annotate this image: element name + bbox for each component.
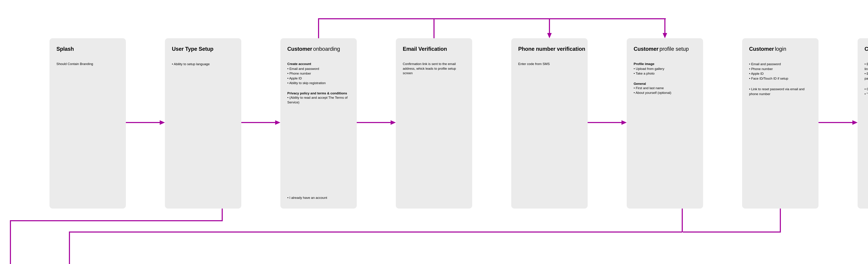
bullet-item: • Ability to setup language <box>172 62 235 66</box>
flow-canvas: Splash Should Contain Branding User Type… <box>0 0 868 264</box>
bullet-item: • Email and password <box>287 66 350 71</box>
bottom-branch-lines <box>9 209 781 264</box>
card-subtitle: Enter code from SMS <box>518 62 581 66</box>
card-title-regular: onboarding <box>313 46 340 52</box>
bullet-item: • Ability to skip registration <box>287 81 350 86</box>
bullet-item: • Enter phone number to recieve reset pa… <box>865 71 868 81</box>
card-title: User Type Setup <box>172 46 213 52</box>
card-title-regular: login <box>775 46 786 52</box>
arrow-onboarding-to-email <box>357 120 396 125</box>
arrow-splash-to-usertype <box>126 120 165 125</box>
card-phone-verification: Phone number verification Enter code fro… <box>511 38 588 209</box>
card-title-bold: Customer <box>633 46 658 52</box>
section-heading: Privacy policy and terms & conditions <box>287 91 350 95</box>
card-profile-setup: Customer profile setup Profile image • U… <box>627 38 703 209</box>
card-customer-login: Customer login • Email and password • Ph… <box>742 38 818 209</box>
card-reset-password: Customer reset password • Enter email to… <box>858 38 868 209</box>
card-subtitle: Confirmation link is sent to the email a… <box>403 62 465 76</box>
card-customer-onboarding: Customer onboarding Create account • Ema… <box>280 38 357 209</box>
card-title-bold: Customer <box>287 46 312 52</box>
section-heading: Create account <box>287 62 350 66</box>
arrow-phone-to-profile <box>588 120 627 125</box>
card-splash: Splash Should Contain Branding <box>50 38 126 209</box>
bullet-item: • "Save new password" button <box>865 92 868 96</box>
arrow-login-to-reset <box>818 120 858 125</box>
card-title: Splash <box>56 46 74 52</box>
bullet-item: • Create new password <box>865 87 868 92</box>
bullet-item: • Upload from gallery <box>633 66 696 71</box>
svg-marker-7 <box>621 120 627 125</box>
bullet-item: • Link to reset password via email and p… <box>749 87 812 96</box>
svg-marker-13 <box>547 33 552 38</box>
svg-marker-15 <box>663 33 667 38</box>
bullet-item: • Phone number <box>749 66 812 71</box>
bullet-item: • Phone number <box>287 71 350 76</box>
bullet-item: • Apple ID <box>287 76 350 81</box>
svg-marker-3 <box>275 120 280 125</box>
bullet-item: • First and last name <box>633 86 696 91</box>
svg-marker-9 <box>852 120 858 125</box>
arrow-usertype-to-onboarding <box>241 120 280 125</box>
card-title-regular: profile setup <box>659 46 689 52</box>
section-heading: Profile image <box>633 62 696 66</box>
svg-marker-5 <box>391 120 396 125</box>
bullet-item: • About yourself (optional) <box>633 90 696 95</box>
bullet-item: • Face ID/Touch ID if setup <box>749 76 812 81</box>
svg-marker-1 <box>160 120 165 125</box>
bullet-item: • Apple ID <box>749 71 812 76</box>
card-bottom-note: • I already have an account <box>287 195 327 200</box>
card-title: Phone number verification <box>518 46 585 52</box>
section-heading: General <box>633 82 696 86</box>
card-subtitle: Should Contain Branding <box>56 62 119 66</box>
card-user-type: User Type Setup • Ability to setup langu… <box>165 38 241 209</box>
bullet-item: • Take a photo <box>633 71 696 76</box>
card-email-verification: Email Verification Confirmation link is … <box>396 38 472 209</box>
bullet-item: • Email and password <box>749 62 812 66</box>
top-branch-lines <box>318 18 666 39</box>
bullet-item: • (Ability to read and accept The Terms … <box>287 95 350 105</box>
card-title-bold: Customer <box>749 46 774 52</box>
card-title-bold: Customer <box>865 46 868 52</box>
bullet-item: • Enter email to recieve reset password … <box>865 62 868 71</box>
card-title: Email Verification <box>403 46 447 52</box>
